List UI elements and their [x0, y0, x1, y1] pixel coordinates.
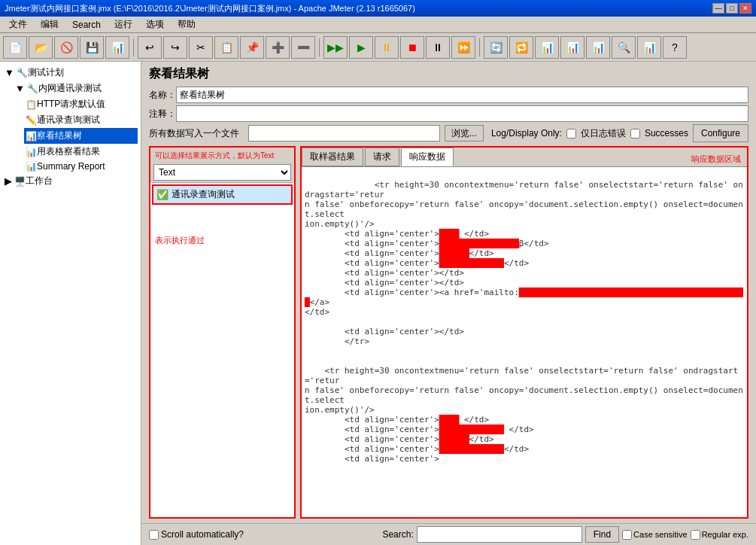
tree-item-http-defaults[interactable]: 📋 HTTP请求默认值 — [24, 96, 138, 112]
tree-item-intranet[interactable]: ▼ 🔧 内网通讯录测试 — [14, 81, 138, 96]
configure-button[interactable]: Configure — [693, 124, 748, 142]
title-bar: Jmeter测试内网接口案例.jmx (E:\F\2016\2016.2\Jme… — [0, 0, 756, 17]
name-input[interactable] — [176, 87, 748, 103]
panel-header: 察看结果树 — [141, 62, 756, 85]
results-type-select[interactable]: Text RegExp Tester CSS/JQuery Tester XPa… — [153, 164, 291, 181]
comment-row: 注释： — [149, 105, 748, 122]
scroll-check: Scroll automatically? — [149, 529, 244, 540]
tree-item-summary[interactable]: 📊 Summary Report — [24, 160, 138, 173]
tree-http-label: HTTP请求默认值 — [37, 98, 105, 111]
item-hint: 表示执行通过 — [155, 235, 290, 246]
case-sensitive-checkbox[interactable] — [622, 530, 632, 540]
close-button[interactable]: ✕ — [739, 3, 751, 14]
tree-plan-icon: 🔧 — [17, 68, 28, 78]
tab-bar: 取样器结果 请求 响应数据 响应数据区域 — [302, 148, 747, 167]
response-content[interactable]: <tr height=30 oncontextmenu='return fals… — [302, 167, 747, 517]
tb-stop2[interactable]: ⏸ — [426, 36, 450, 59]
tb-r2[interactable]: 🔁 — [509, 36, 533, 59]
log-display-label: Log/Display Only: — [491, 128, 562, 139]
results-dropdown-bar: Text RegExp Tester CSS/JQuery Tester XPa… — [152, 163, 293, 183]
results-panel: 可以选择结果展示方式，默认为Text Text RegExp Tester CS… — [149, 146, 296, 519]
tb-report[interactable]: 📊 — [105, 36, 129, 59]
tb-cut[interactable]: ✂ — [189, 36, 213, 59]
tb-r7[interactable]: 📊 — [637, 36, 661, 59]
tb-r1[interactable]: 🔄 — [484, 36, 508, 59]
result-item-query[interactable]: ✅ 通讯录查询测试 — [152, 184, 293, 205]
tb-r4[interactable]: 📊 — [560, 36, 584, 59]
content-area: 可以选择结果展示方式，默认为Text Text RegExp Tester CS… — [141, 146, 756, 523]
dropdown-hint: 可以选择结果展示方式，默认为Text — [155, 151, 290, 161]
main-container: ▼ 🔧 测试计划 ▼ 🔧 内网通讯录测试 📋 HTTP请求默认值 ✏️ 通讯录查… — [0, 62, 756, 545]
tree-item-table-results[interactable]: 📊 用表格察看结果 — [24, 144, 138, 160]
menu-options[interactable]: 选项 — [140, 17, 170, 32]
toolbar: 📄 📂 🚫 💾 📊 ↩ ↪ ✂ 📋 📌 ➕ ➖ ▶▶ ▶ ⏸ ⏹ ⏸ ⏩ 🔄 🔁… — [0, 33, 756, 62]
browse-button[interactable]: 浏览... — [445, 125, 484, 142]
successes-label: Successes — [645, 128, 688, 139]
menu-search[interactable]: Search — [66, 18, 107, 32]
tb-run-all[interactable]: ▶▶ — [323, 36, 348, 59]
menu-edit[interactable]: 编辑 — [35, 17, 65, 32]
tab-response-data[interactable]: 响应数据 — [401, 148, 454, 166]
tb-pause[interactable]: ⏸ — [375, 36, 399, 59]
file-row: 所有数据写入一个文件 浏览... Log/Display Only: 仅日志错误… — [149, 124, 748, 142]
menu-file[interactable]: 文件 — [3, 17, 33, 32]
window-title: Jmeter测试内网接口案例.jmx (E:\F\2016\2016.2\Jme… — [5, 3, 712, 14]
sep1 — [133, 38, 134, 56]
find-button[interactable]: Find — [585, 526, 619, 543]
successes-checkbox[interactable] — [630, 129, 640, 139]
tb-new[interactable]: 📄 — [3, 36, 27, 59]
tb-run[interactable]: ▶ — [349, 36, 373, 59]
tab-request[interactable]: 请求 — [365, 148, 399, 166]
tb-paste[interactable]: 📌 — [240, 36, 264, 59]
file-input[interactable] — [248, 125, 440, 142]
tb-r3[interactable]: 📊 — [535, 36, 559, 59]
tree-item-workbench[interactable]: ▶ 🖥️ 工作台 — [3, 173, 138, 189]
form-area: 名称： 注释： 所有数据写入一个文件 浏览... Log/Display Onl… — [141, 85, 756, 146]
regex-checkbox[interactable] — [691, 530, 700, 540]
tb-r5[interactable]: 📊 — [586, 36, 610, 59]
tb-copy[interactable]: 📋 — [214, 36, 238, 59]
response-text: <tr height=30 oncontextmenu='return fals… — [305, 180, 743, 464]
menu-run[interactable]: 运行 — [108, 17, 138, 32]
tree-view-label: 察看结果树 — [37, 129, 82, 142]
tree-item-test-plan[interactable]: ▼ 🔧 测试计划 — [3, 65, 138, 81]
tb-open[interactable]: 📂 — [29, 36, 53, 59]
tree-expand-icon2: ▼ — [15, 83, 25, 94]
response-panel: 取样器结果 请求 响应数据 响应数据区域 <tr height=30 oncon… — [300, 146, 748, 519]
tree-query-label: 通讯录查询测试 — [37, 114, 100, 126]
sep2 — [319, 38, 320, 56]
search-input[interactable] — [417, 526, 582, 543]
tree-item-view-results[interactable]: 📊 察看结果树 — [24, 128, 138, 144]
tab-sampler-result[interactable]: 取样器结果 — [302, 148, 363, 166]
regex-label: Regular exp. — [702, 530, 748, 539]
tree-expand-icon: ▼ — [5, 67, 14, 78]
tb-expand[interactable]: ➕ — [266, 36, 290, 59]
tb-stop-all[interactable]: 🚫 — [54, 36, 78, 59]
tree-view-icon: 📊 — [26, 131, 37, 142]
tree-item-query-test[interactable]: ✏️ 通讯录查询测试 — [24, 112, 138, 128]
result-green-icon: ✅ — [156, 189, 169, 200]
scroll-auto-label: Scroll automatically? — [161, 529, 244, 540]
log-errors-label: 仅日志错误 — [581, 127, 626, 140]
minimize-button[interactable]: — — [712, 3, 724, 14]
tb-collapse[interactable]: ➖ — [291, 36, 315, 59]
results-list: ✅ 通讯录查询测试 表示执行通过 — [150, 183, 294, 517]
tb-stop[interactable]: ⏹ — [400, 36, 424, 59]
maximize-button[interactable]: □ — [726, 3, 738, 14]
tree-query-icon: ✏️ — [26, 115, 37, 126]
sep3 — [479, 38, 480, 56]
tb-next[interactable]: ⏩ — [451, 36, 475, 59]
comment-input[interactable] — [176, 105, 748, 122]
scroll-auto-checkbox[interactable] — [149, 530, 159, 540]
tb-help[interactable]: ? — [663, 36, 687, 59]
tb-undo[interactable]: ↩ — [138, 36, 162, 59]
search-label: Search: — [382, 529, 413, 540]
response-area-label: 响应数据区域 — [691, 154, 741, 165]
tb-redo[interactable]: ↪ — [163, 36, 187, 59]
tb-save[interactable]: 💾 — [80, 36, 104, 59]
tree-summary-label: Summary Report — [37, 161, 105, 172]
menu-help[interactable]: 帮助 — [172, 17, 202, 32]
log-errors-checkbox[interactable] — [566, 129, 576, 139]
case-sensitive-check: Case sensitive — [622, 530, 688, 540]
tb-search[interactable]: 🔍 — [612, 36, 636, 59]
